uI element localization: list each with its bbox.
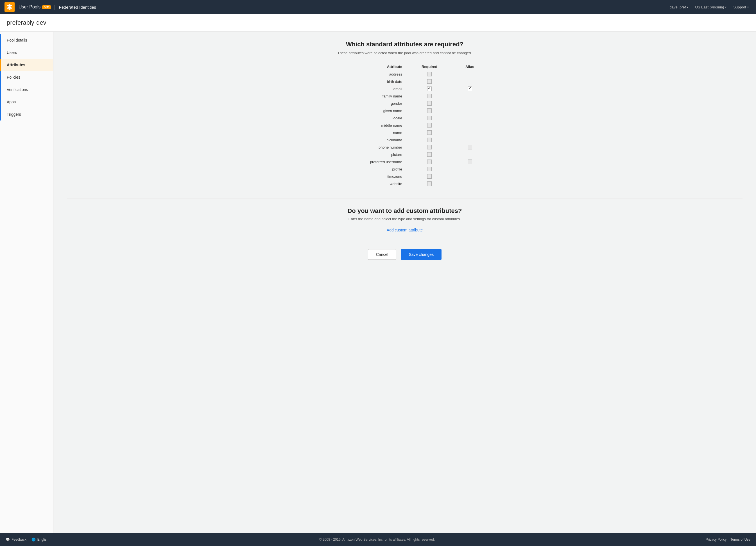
- attr-name: given name: [323, 107, 406, 114]
- sidebar-item-users[interactable]: Users: [0, 46, 53, 59]
- attr-required-cell: [406, 129, 453, 136]
- attr-name: address: [323, 71, 406, 78]
- alias-checkbox[interactable]: [468, 160, 472, 164]
- sidebar-item-policies[interactable]: Policies: [0, 71, 53, 83]
- attr-name: email: [323, 85, 406, 92]
- required-checkbox[interactable]: [427, 138, 432, 142]
- sidebar-item-verifications[interactable]: Verifications: [0, 83, 53, 96]
- table-row: nickname: [323, 136, 486, 144]
- aws-logo: [4, 2, 15, 12]
- feedback-button[interactable]: 💬 Feedback: [6, 538, 26, 542]
- attr-alias-cell: [453, 122, 486, 129]
- footer-right: Privacy Policy Terms of Use: [706, 538, 750, 542]
- footer: 💬 Feedback 🌐 English © 2008 - 2016, Amaz…: [0, 533, 756, 546]
- support-menu-button[interactable]: Support ▾: [730, 4, 752, 10]
- required-checkbox[interactable]: [427, 152, 432, 157]
- footer-left: 💬 Feedback 🌐 English: [6, 538, 48, 542]
- col-header-required: Required: [406, 63, 453, 71]
- terms-of-use-link[interactable]: Terms of Use: [730, 538, 750, 542]
- attributes-table: Attribute Required Alias addressbirth da…: [323, 63, 486, 187]
- required-checkbox[interactable]: [427, 160, 432, 164]
- action-buttons: Cancel Save changes: [67, 249, 743, 268]
- required-checkbox[interactable]: [427, 101, 432, 106]
- required-checkbox[interactable]: [427, 79, 432, 84]
- attr-name: birth date: [323, 78, 406, 85]
- required-checkbox[interactable]: [427, 174, 432, 179]
- attr-required-cell: [406, 100, 453, 107]
- table-row: name: [323, 129, 486, 136]
- cancel-button[interactable]: Cancel: [368, 249, 397, 260]
- required-checkbox[interactable]: [427, 182, 432, 186]
- attr-alias-cell: [453, 173, 486, 180]
- table-row: phone number: [323, 144, 486, 151]
- attr-name: middle name: [323, 122, 406, 129]
- required-checkbox[interactable]: [427, 130, 432, 135]
- table-row: middle name: [323, 122, 486, 129]
- sidebar-item-triggers[interactable]: Triggers: [0, 108, 53, 121]
- table-row: locale: [323, 114, 486, 122]
- attr-alias-cell: [453, 144, 486, 151]
- privacy-policy-link[interactable]: Privacy Policy: [706, 538, 727, 542]
- table-row: family name: [323, 92, 486, 100]
- attr-required-cell: [406, 151, 453, 158]
- attr-required-cell: [406, 78, 453, 85]
- globe-icon: 🌐: [31, 538, 36, 542]
- custom-attributes-section: Do you want to add custom attributes? En…: [67, 207, 743, 238]
- standard-attributes-title: Which standard attributes are required?: [67, 41, 743, 48]
- table-row: preferred username: [323, 158, 486, 166]
- attr-name: timezone: [323, 173, 406, 180]
- attr-alias-cell: [453, 166, 486, 173]
- alias-checkbox[interactable]: [468, 145, 472, 150]
- required-checkbox[interactable]: [427, 167, 432, 171]
- attr-required-cell: [406, 136, 453, 144]
- attr-alias-cell: [453, 158, 486, 166]
- standard-attributes-section: Which standard attributes are required? …: [67, 41, 743, 187]
- app-name: User Pools: [19, 4, 40, 10]
- save-changes-button[interactable]: Save changes: [401, 249, 442, 260]
- table-row: email: [323, 85, 486, 92]
- attr-required-cell: [406, 173, 453, 180]
- required-checkbox[interactable]: [427, 87, 432, 91]
- federated-identities-link[interactable]: Federated Identities: [59, 5, 96, 10]
- custom-attributes-subtitle: Enter the name and select the type and s…: [67, 217, 743, 221]
- sidebar-item-pool-details[interactable]: Pool details: [0, 34, 53, 46]
- attr-required-cell: [406, 122, 453, 129]
- required-checkbox[interactable]: [427, 94, 432, 98]
- nav-separator: |: [54, 4, 56, 10]
- required-checkbox[interactable]: [427, 145, 432, 150]
- page-title-bar: preferably-dev: [0, 14, 756, 32]
- top-nav: User Pools beta | Federated Identities d…: [0, 0, 756, 14]
- user-menu-button[interactable]: dave_pref ▾: [667, 4, 691, 10]
- required-checkbox[interactable]: [427, 123, 432, 128]
- required-checkbox[interactable]: [427, 72, 432, 76]
- main-content: Which standard attributes are required? …: [53, 32, 756, 533]
- table-row: picture: [323, 151, 486, 158]
- col-header-alias: Alias: [453, 63, 486, 71]
- add-custom-attribute-link[interactable]: Add custom attribute: [387, 228, 423, 232]
- alias-checkbox[interactable]: [468, 87, 472, 91]
- attr-name: family name: [323, 92, 406, 100]
- region-menu-caret: ▾: [725, 6, 726, 9]
- attr-name: website: [323, 180, 406, 187]
- required-checkbox[interactable]: [427, 108, 432, 113]
- table-row: gender: [323, 100, 486, 107]
- nav-right: dave_pref ▾ US East (Virginia) ▾ Support…: [667, 4, 752, 10]
- language-selector[interactable]: 🌐 English: [31, 538, 48, 542]
- attr-alias-cell: [453, 136, 486, 144]
- custom-attributes-title: Do you want to add custom attributes?: [67, 207, 743, 215]
- col-header-attribute: Attribute: [323, 63, 406, 71]
- attr-name: picture: [323, 151, 406, 158]
- section-divider: [67, 199, 743, 199]
- sidebar-item-apps[interactable]: Apps: [0, 96, 53, 108]
- support-menu-caret: ▾: [747, 6, 749, 9]
- table-row: birth date: [323, 78, 486, 85]
- attr-alias-cell: [453, 78, 486, 85]
- attr-required-cell: [406, 92, 453, 100]
- user-menu-caret: ▾: [687, 6, 688, 9]
- required-checkbox[interactable]: [427, 116, 432, 120]
- main-layout: Pool details Users Attributes Policies V…: [0, 32, 756, 533]
- attr-name: locale: [323, 114, 406, 122]
- attr-name: nickname: [323, 136, 406, 144]
- region-menu-button[interactable]: US East (Virginia) ▾: [692, 4, 729, 10]
- sidebar-item-attributes[interactable]: Attributes: [0, 59, 53, 71]
